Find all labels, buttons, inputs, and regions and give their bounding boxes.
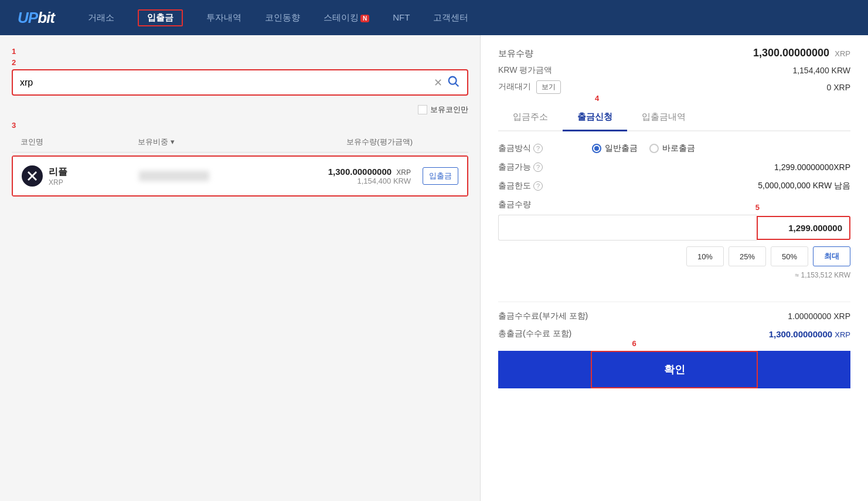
coin-amount-krw: 1,154,400 KRW [256,177,411,185]
trade-pending-value: 0 XRP [827,83,850,92]
radio-instant[interactable]: 바로출금 [649,143,695,154]
amount-section: 출금수량 5 1,299.000000 10% 25% 50% 최대 ≈ 1,1… [498,199,850,291]
nav-bar: 거래소 입출금 투자내역 코인동향 스테이킹N NFT 고객센터 [88,9,850,26]
svg-line-1 [455,83,458,86]
amount-percentage-buttons: 10% 25% 50% 최대 [498,246,850,266]
tab-withdrawal[interactable]: 출금신청 [563,104,627,131]
coin-amount-primary: 1,300.00000000 XRP [256,167,411,177]
step1-label: 1 [12,47,468,56]
coin-ratio [139,171,256,181]
holdings-label: 보유수량 [498,48,533,59]
search-input[interactable] [20,77,434,88]
holdings-unit: XRP [835,49,850,58]
coin-row-wrapper: 리플 XRP 1,300.00000000 XRP 1,154,400 KRW … [12,155,468,197]
table-row[interactable]: 리플 XRP 1,300.00000000 XRP 1,154,400 KRW … [13,157,467,195]
confirm-wrapper: 6 확인 [498,351,850,388]
view-button[interactable]: 보기 [536,80,561,94]
radio-normal-circle [592,144,601,153]
confirm-button-left[interactable] [498,351,591,388]
nav-item-nft[interactable]: NFT [393,9,410,26]
holdings-value-area: 1,300.00000000 XRP [753,47,850,59]
method-radio-group: 일반출금 바로출금 [592,143,850,154]
amount-input-wrapper: 5 1,299.000000 [498,215,850,246]
nav-item-support[interactable]: 고객센터 [433,9,468,26]
confirm-button-right[interactable] [758,351,850,388]
search-icon [447,75,460,88]
available-help-icon[interactable]: ? [533,163,543,172]
krw-label: KRW 평가금액 [498,65,552,76]
total-unit: XRP [835,330,850,339]
total-row: 총출금(수수료 포함) 1,300.00000000 XRP [498,329,850,339]
fee-label: 출금수수료(부가세 포함) [498,311,588,321]
amount-input-left [498,215,757,241]
holdings-row: 보유수량 1,300.00000000 XRP [498,47,850,59]
staking-badge: N [360,15,369,22]
radio-normal-label: 일반출금 [605,143,638,154]
pct-max-button[interactable]: 최대 [813,246,850,266]
main-container: 1 2 ✕ 보유코인만 3 코인명 보유비중 ▾ [0,35,868,501]
radio-normal[interactable]: 일반출금 [592,143,638,154]
trade-pending-label: 거래대기 보기 [498,80,561,94]
pct-25-button[interactable]: 25% [729,246,766,266]
nav-item-staking[interactable]: 스테이킹N [324,9,369,26]
step3-label: 3 [12,121,468,130]
confirm-button[interactable]: 확인 [591,351,758,388]
method-row: 출금방식 ? 일반출금 바로출금 [498,143,850,154]
method-help-icon[interactable]: ? [533,144,543,153]
approx-value: ≈ 1,153,512 KRW [498,271,850,279]
tab-history[interactable]: 입출금내역 [627,104,700,131]
xrp-coin-icon [22,165,43,187]
fee-value: 1.00000000 XRP [788,312,850,321]
clear-icon[interactable]: ✕ [434,76,442,89]
owned-only-filter[interactable]: 보유코인만 [418,104,468,115]
limit-value: 5,000,000,000 KRW 남음 [592,181,850,191]
search-area: ✕ [12,69,468,96]
tabs-wrapper: 입금주소 출금신청 입출금내역 4 [498,104,850,131]
search-button[interactable] [447,75,460,90]
owned-only-label: 보유코인만 [430,104,468,115]
tab-deposit-address[interactable]: 입금주소 [498,104,563,131]
ratio-bar [139,171,209,181]
total-value: 1,300.00000000 XRP [769,329,850,339]
radio-instant-label: 바로출금 [662,143,695,154]
owned-only-checkbox[interactable] [418,105,427,114]
coin-names: 리플 XRP [49,166,67,187]
limit-help-icon[interactable]: ? [533,181,543,191]
tabs: 입금주소 출금신청 입출금내역 [498,104,850,131]
right-panel: 보유수량 1,300.00000000 XRP KRW 평가금액 1,154,4… [481,35,868,501]
available-label: 출금가능 ? [498,162,592,172]
krw-value: 1,154,400 KRW [792,66,850,75]
pct-10-button[interactable]: 10% [686,246,724,266]
available-value: 1,299.00000000XRP [592,163,850,172]
withdrawal-form: 출금방식 ? 일반출금 바로출금 출금가능 [498,143,850,291]
amount-input-row: 1,299.000000 [498,215,850,241]
method-label: 출금방식 ? [498,143,592,154]
table-header: 코인명 보유비중 ▾ 보유수량(평가금액) [12,132,468,153]
available-row: 출금가능 ? 1,299.00000000XRP [498,162,850,172]
fee-row: 출금수수료(부가세 포함) 1.00000000 XRP [498,311,850,321]
radio-instant-circle [649,144,659,153]
col-header-ratio: 보유비중 ▾ [138,137,255,147]
left-panel: 1 2 ✕ 보유코인만 3 코인명 보유비중 ▾ [0,35,481,501]
total-label: 총출금(수수료 포함) [498,329,571,339]
pct-50-button[interactable]: 50% [771,246,808,266]
fee-section: 출금수수료(부가세 포함) 1.00000000 XRP 총출금(수수료 포함)… [498,302,850,339]
nav-item-exchange[interactable]: 거래소 [88,9,114,26]
holdings-value: 1,300.00000000 [753,47,829,59]
amount-input-field[interactable]: 1,299.000000 [757,216,850,240]
nav-item-trends[interactable]: 코인동향 [265,9,300,26]
col-header-amount: 보유수량(평가금액) [255,137,459,147]
step4-label: 4 [595,94,599,103]
trade-pending-row: 거래대기 보기 0 XRP [498,80,850,94]
svg-point-0 [449,77,457,84]
nav-item-investment[interactable]: 투자내역 [206,9,241,26]
deposit-withdraw-button[interactable]: 입출금 [423,167,458,185]
step6-label: 6 [632,339,636,348]
logo: UPbit [18,9,64,27]
step5-label: 5 [755,203,760,212]
amount-label: 출금수량 [498,199,592,210]
coin-name-english: XRP [49,178,67,187]
coin-amount-area: 1,300.00000000 XRP 1,154,400 KRW [256,167,417,185]
nav-item-deposit[interactable]: 입출금 [138,9,183,26]
step2-label: 2 [12,58,468,67]
